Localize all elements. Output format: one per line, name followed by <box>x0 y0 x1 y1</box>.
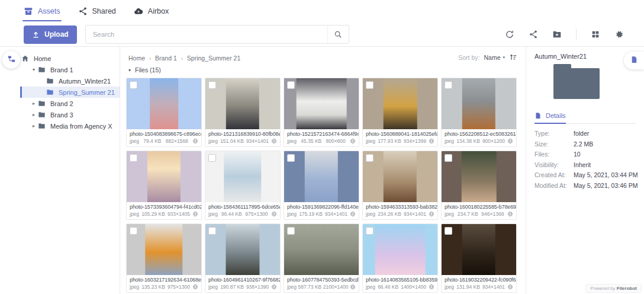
breadcrumb-separator: › <box>145 56 155 62</box>
globe-icon <box>350 284 356 290</box>
asset-thumbnail[interactable] <box>205 78 280 129</box>
asset-filename: photo-1591369822096-ffd140ec... <box>284 202 359 210</box>
asset-card[interactable]: photo-1604961410267-9f76682... jpeg 190.… <box>205 223 281 293</box>
tab-details[interactable]: Details <box>534 112 566 124</box>
asset-filename: photo-1594633313593-bab3825... <box>363 202 437 210</box>
refresh-button[interactable] <box>505 30 514 39</box>
folder-icon <box>38 111 46 119</box>
asset-checkbox[interactable] <box>287 81 295 89</box>
grid-view-button[interactable] <box>591 30 600 39</box>
asset-thumbnail[interactable] <box>442 78 516 129</box>
asset-thumbnail[interactable] <box>442 151 516 202</box>
sidebar-item-spring-summer-21[interactable]: Spring_Summer 21 <box>20 87 120 98</box>
asset-card[interactable]: photo-1584361117895-6dce65e... jpeg 96.4… <box>205 151 281 220</box>
asset-card[interactable]: photo-1521572163474-6864f9cf... jpeg 45.… <box>284 78 359 147</box>
tree-toggle-button[interactable] <box>2 51 20 69</box>
asset-thumbnail[interactable] <box>284 224 359 275</box>
asset-thumbnail[interactable] <box>127 224 201 275</box>
details-toggle-button[interactable] <box>624 52 644 69</box>
files-section-header[interactable]: ▾ Files (15) <box>120 63 526 76</box>
chevron-down-icon[interactable]: ▾ <box>30 67 38 72</box>
asset-checkbox[interactable] <box>208 81 216 89</box>
asset-dimensions: 946×1368 <box>481 211 504 217</box>
asset-card[interactable]: photo-1603217192634-61068e4... jpeg 135.… <box>126 223 202 293</box>
sidebar-item-autumn-winter21[interactable]: Autumn_Winter21 <box>0 75 120 87</box>
asset-image <box>384 151 417 202</box>
upload-button[interactable]: Upload <box>24 25 77 44</box>
asset-checkbox[interactable] <box>445 154 452 162</box>
add-folder-button[interactable] <box>552 30 562 39</box>
shared-icon <box>78 7 88 16</box>
breadcrumb-item[interactable]: Spring_Summer 21 <box>187 55 240 62</box>
sidebar-item-brand-2[interactable]: ▸Brand 2 <box>0 98 120 109</box>
sidebar-item-brand-3[interactable]: ▸Brand 3 <box>0 109 120 120</box>
asset-checkbox[interactable] <box>130 81 137 89</box>
asset-card[interactable]: photo-1562208512-ec50832618... jpeg 134.… <box>441 78 517 147</box>
asset-thumbnail[interactable] <box>363 78 437 129</box>
asset-filename: photo-1614083565105-bb83596... <box>363 275 437 283</box>
asset-card[interactable]: photo-1573393604794-f41cd02f... jpeg 105… <box>126 151 202 220</box>
sort-field-dropdown[interactable]: Name ▾ <box>484 54 505 61</box>
field-value: Inherit <box>574 160 591 171</box>
chevron-right-icon[interactable]: ▸ <box>30 123 38 129</box>
tab-shared[interactable]: Shared <box>78 0 116 23</box>
breadcrumb-item[interactable]: Brand 1 <box>155 55 177 62</box>
asset-checkbox[interactable] <box>287 227 295 235</box>
folder-icon <box>38 66 46 74</box>
asset-card[interactable]: photo-1614083565105-bb83596... jpeg 66.4… <box>362 223 438 293</box>
asset-checkbox[interactable] <box>130 154 137 162</box>
asset-checkbox[interactable] <box>366 81 373 89</box>
share-button[interactable] <box>529 30 538 39</box>
search-input[interactable] <box>86 31 327 38</box>
asset-image <box>462 78 495 129</box>
tab-label: Airbox <box>148 7 169 15</box>
asset-checkbox[interactable] <box>445 227 452 235</box>
asset-checkbox[interactable] <box>208 154 216 162</box>
upload-icon <box>32 31 40 39</box>
asset-meta: jpeg 135.23 KB 975×1300 <box>127 283 201 292</box>
asset-filename: photo-1600180225585-b78e696... <box>442 202 516 210</box>
asset-thumbnail[interactable] <box>205 151 280 202</box>
asset-thumbnail[interactable] <box>363 224 437 275</box>
asset-card[interactable]: photo-1521316839910-80fb08e... jpeg 151.… <box>205 78 281 147</box>
globe-icon <box>429 284 434 290</box>
details-tab-label: Details <box>546 112 566 119</box>
asset-thumbnail[interactable] <box>127 151 201 202</box>
tab-airbox[interactable]: Airbox <box>134 0 169 23</box>
settings-button[interactable] <box>614 30 624 39</box>
sidebar-item-media-from-agency-x[interactable]: ▸Media from Agency X <box>0 120 120 132</box>
chevron-right-icon[interactable]: ▸ <box>30 112 38 117</box>
asset-size: 190.87 KB <box>220 284 244 290</box>
asset-thumbnail[interactable] <box>363 151 437 202</box>
asset-thumbnail[interactable] <box>284 78 359 129</box>
asset-card[interactable]: photo-1607784750393-5edbcd1... jpeg 587.… <box>284 223 359 293</box>
sort-direction-button[interactable] <box>509 53 517 62</box>
asset-card[interactable]: photo-1619032209422-fc090f6a... jpeg 131… <box>441 223 517 293</box>
chevron-right-icon[interactable]: ▸ <box>30 101 38 106</box>
asset-meta: jpeg 96.44 KB 975×1300 <box>205 210 280 219</box>
asset-thumbnail[interactable] <box>127 78 201 129</box>
share-icon <box>529 30 538 39</box>
asset-checkbox[interactable] <box>445 81 452 89</box>
asset-checkbox[interactable] <box>366 154 373 162</box>
asset-card[interactable]: photo-1504083898675-c896ecd... jpeg 79.4… <box>126 78 202 147</box>
asset-card[interactable]: photo-1560889041-1814025efa... jpeg 177.… <box>362 78 438 147</box>
asset-checkbox[interactable] <box>287 154 295 162</box>
asset-thumbnail[interactable] <box>442 224 516 275</box>
breadcrumb-item[interactable]: Home <box>128 55 145 62</box>
search-button[interactable] <box>327 25 349 43</box>
asset-thumbnail[interactable] <box>284 151 359 202</box>
asset-checkbox[interactable] <box>130 227 137 235</box>
asset-checkbox[interactable] <box>208 227 216 235</box>
asset-thumbnail[interactable] <box>205 224 280 275</box>
details-field: Size:2.2 MB <box>534 139 636 150</box>
asset-card[interactable]: photo-1600180225585-b78e696... jpeg 234.… <box>441 151 517 220</box>
asset-checkbox[interactable] <box>366 227 373 235</box>
details-field: Created At:May 5, 2021, 03:44 PM <box>534 170 636 181</box>
asset-size: 105.29 KB <box>141 211 165 217</box>
tab-assets[interactable]: Assets <box>24 0 60 23</box>
asset-card[interactable]: photo-1594633313593-bab3825... jpeg 234.… <box>362 151 438 220</box>
airbox-icon <box>134 7 143 16</box>
asset-card[interactable]: photo-1591369822096-ffd140ec... jpeg 175… <box>284 151 359 220</box>
asset-meta: jpeg 79.4 KB 882×1568 <box>127 138 201 146</box>
